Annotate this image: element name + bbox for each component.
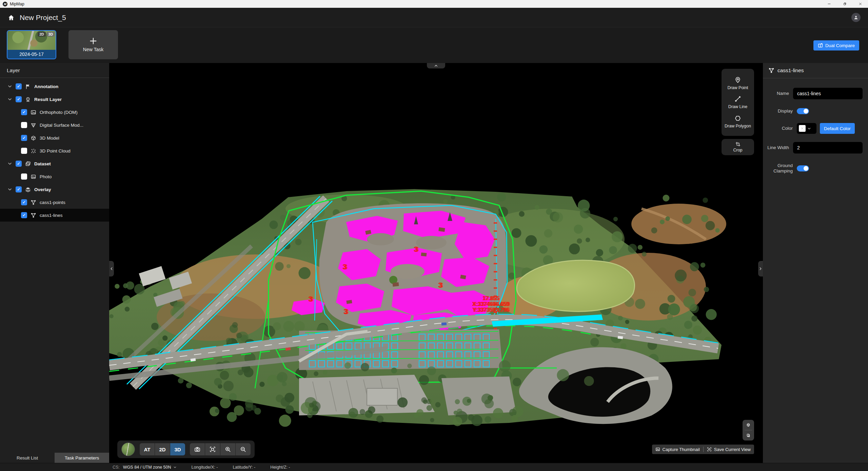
cs-selector[interactable]: WGS 84 / UTM zone 50N <box>123 465 177 470</box>
new-task-button[interactable]: New Task <box>68 30 118 59</box>
chevron-down-icon <box>807 127 811 130</box>
mipmap-app: M MipMap New Project_5 2D 3D 2024-05-17 … <box>0 0 868 471</box>
layer-row-overlay[interactable]: ✓Overlay <box>0 183 109 196</box>
mode-button-2d[interactable]: 2D <box>155 443 170 455</box>
collapse-right-panel-handle[interactable] <box>758 261 763 277</box>
perspective-view-button[interactable] <box>743 420 754 430</box>
chevron-up-icon <box>434 64 438 68</box>
layer-row-photo[interactable]: Photo <box>0 170 109 183</box>
ortho-view-button[interactable] <box>743 430 754 441</box>
draw-point-button[interactable]: Draw Point <box>727 77 748 90</box>
badge-icon <box>25 97 31 102</box>
collapse-taskbar-handle[interactable] <box>427 63 445 68</box>
layer-row-3d-point-cloud[interactable]: 3D Point Cloud <box>0 144 109 157</box>
layer-label: cass1-points <box>40 200 65 205</box>
tab-task-parameters[interactable]: Task Parameters <box>55 453 109 463</box>
home-icon[interactable] <box>7 14 15 21</box>
mode-button-3d[interactable]: 3D <box>170 443 185 455</box>
pin-icon <box>734 77 741 83</box>
vector-icon <box>31 200 36 205</box>
tab-result-list[interactable]: Result List <box>0 453 55 463</box>
chevron-down-icon[interactable] <box>7 84 12 89</box>
layer-row-cass1-points[interactable]: ✓cass1-points <box>0 196 109 209</box>
chevron-down-icon[interactable] <box>7 97 12 102</box>
fit-view-button[interactable] <box>205 443 220 455</box>
map-scene-3d[interactable]: 333333333317.85517.855X:3374606.659X:337… <box>109 63 763 463</box>
screenshot-button[interactable] <box>190 443 205 455</box>
line-width-label: Line Width <box>766 145 789 150</box>
save-current-view-button[interactable]: Save Current View <box>707 447 751 452</box>
height-readout: Height/Z: - <box>270 465 290 470</box>
dual-compare-button[interactable]: Dual Compare <box>813 40 859 50</box>
mode-button-at[interactable]: AT <box>140 443 155 455</box>
svg-text:17.855: 17.855 <box>482 295 499 301</box>
draw-line-button[interactable]: Draw Line <box>728 96 747 109</box>
task-date: 2024-05-17 <box>7 50 56 59</box>
layer-row-cass1-lines[interactable]: ✓cass1-lines <box>0 209 109 222</box>
svg-text:3: 3 <box>308 295 312 303</box>
color-picker-button[interactable] <box>797 123 816 134</box>
mipmap-logo-icon: M <box>3 2 7 6</box>
svg-text:3: 3 <box>414 245 418 253</box>
restore-icon <box>843 2 847 6</box>
chevron-down-icon[interactable] <box>7 161 12 166</box>
ground-clamping-toggle[interactable] <box>797 165 809 171</box>
window-title: MipMap <box>10 2 24 6</box>
zoom-out-button[interactable] <box>236 443 251 455</box>
maximize-button[interactable] <box>837 0 852 8</box>
zoom-in-button[interactable] <box>220 443 235 455</box>
task-card[interactable]: 2D 3D 2024-05-17 <box>7 30 56 59</box>
layer-checkbox[interactable] <box>21 173 27 180</box>
layer-checkbox[interactable]: ✓ <box>16 83 22 89</box>
collapse-left-panel-handle[interactable] <box>109 261 114 277</box>
user-avatar[interactable] <box>851 13 861 22</box>
layer-checkbox[interactable] <box>21 122 27 128</box>
layer-checkbox[interactable]: ✓ <box>16 96 22 102</box>
toggle-knob <box>804 166 808 171</box>
layer-checkbox[interactable]: ✓ <box>21 212 27 218</box>
minimap-thumbnail[interactable] <box>121 443 135 456</box>
layer-checkbox[interactable]: ✓ <box>21 109 27 115</box>
layer-row-orthophoto-dom[interactable]: ✓Orthophoto (DOM) <box>0 106 109 119</box>
crop-button[interactable]: Crop <box>722 139 754 155</box>
default-color-button[interactable]: Default Color <box>820 123 855 134</box>
capture-thumbnail-button[interactable]: Capture Thumbnail <box>655 447 700 452</box>
layer-checkbox[interactable]: ✓ <box>16 186 22 192</box>
name-input[interactable] <box>793 88 863 99</box>
layer-checkbox[interactable]: ✓ <box>21 199 27 205</box>
close-icon <box>859 2 862 6</box>
projection-toggle-card <box>743 420 754 441</box>
display-toggle[interactable] <box>797 108 809 114</box>
layer-row-dataset[interactable]: ✓Dataset <box>0 157 109 170</box>
layer-row-3d-model[interactable]: ✓3D Model <box>0 131 109 144</box>
layer-row-digital-surface-mod[interactable]: Digital Surface Mod... <box>0 119 109 131</box>
capture-icon <box>655 447 660 452</box>
dual-compare-icon <box>818 43 823 48</box>
layer-checkbox[interactable]: ✓ <box>21 135 27 141</box>
page-title: New Project_5 <box>20 14 66 22</box>
layer-row-result-layer[interactable]: ✓Result Layer <box>0 93 109 106</box>
vector-icon <box>31 212 36 218</box>
map-viewport[interactable]: 333333333317.85517.855X:3374606.659X:337… <box>109 63 763 463</box>
color-swatch <box>799 125 806 132</box>
badge-3d: 3D <box>47 32 55 37</box>
app-header: New Project_5 <box>0 8 868 27</box>
layer-checkbox[interactable]: ✓ <box>16 161 22 167</box>
layer-label: Result Layer <box>34 97 62 102</box>
minimize-button[interactable] <box>821 0 837 8</box>
layer-checkbox[interactable] <box>21 148 27 154</box>
dual-compare-label: Dual Compare <box>825 43 855 48</box>
line-icon <box>734 96 741 102</box>
draw-polygon-button[interactable]: Draw Polygon <box>725 115 751 128</box>
chevron-down-icon[interactable] <box>7 187 12 192</box>
line-width-input[interactable] <box>793 142 863 153</box>
layer-label: 3D Point Cloud <box>40 148 71 153</box>
divider <box>703 447 704 452</box>
close-button[interactable] <box>852 0 868 8</box>
dataset-icon <box>25 161 31 167</box>
layer-row-annotation[interactable]: ✓Annotation <box>0 80 109 93</box>
cube-top-icon <box>746 422 751 428</box>
layer-label: Digital Surface Mod... <box>40 123 83 128</box>
name-label: Name <box>766 91 789 96</box>
save-view-icon <box>707 447 712 452</box>
